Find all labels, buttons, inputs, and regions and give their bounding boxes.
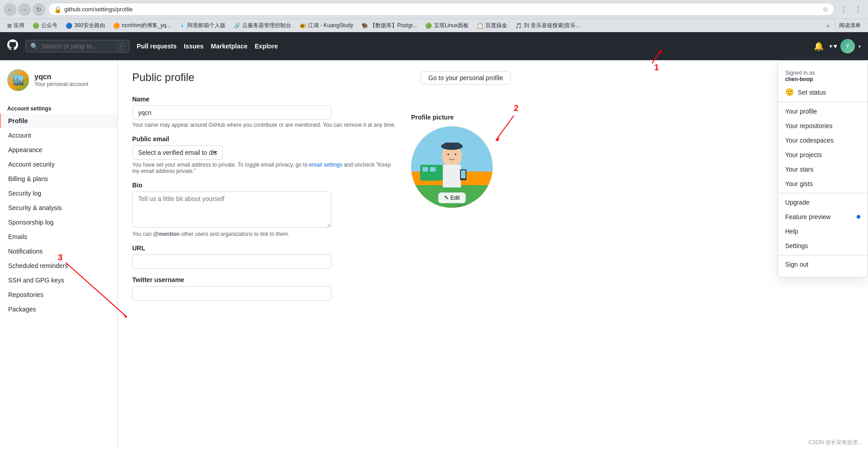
dropdown-user-links-section: Your profile Your repositories Your code…	[778, 102, 868, 193]
sidebar-item-security-log[interactable]: Security log	[0, 186, 117, 201]
page-title: Public profile	[132, 71, 194, 84]
sidebar-item-profile[interactable]: Profile	[0, 114, 117, 128]
profile-header: Public profile Go to your personal profi…	[132, 71, 511, 85]
nav-right: 🔔 + ▾ Y ▾	[812, 39, 861, 53]
watermark: CSDN @长安有故里...	[808, 439, 863, 446]
bio-textarea[interactable]	[132, 191, 331, 228]
public-email-select[interactable]: Select a verified email to display	[132, 145, 223, 160]
music-icon: 🎵	[515, 23, 522, 29]
your-stars-link[interactable]: Your stars	[778, 162, 868, 177]
email-hint: You have set your email address to priva…	[132, 162, 397, 174]
sidebar-item-emails[interactable]: Emails	[0, 230, 117, 244]
bookmark-cloud[interactable]: 🔗 云服务器管理控制台	[230, 20, 295, 31]
sidebar-item-packages[interactable]: Packages	[0, 302, 117, 316]
menu-button[interactable]: ⋮	[852, 3, 864, 16]
go-to-profile-button[interactable]: Go to your personal profile	[421, 71, 511, 85]
bio-field-group: Bio You can @mention other users and org…	[132, 182, 397, 237]
profile-picture-section: Profile picture	[411, 96, 511, 308]
search-kbd: /	[118, 43, 125, 50]
sidebar-item-sponsorship-log[interactable]: Sponsorship log	[0, 215, 117, 230]
bookmark-mail[interactable]: 📧 阿里邮箱个人版	[175, 20, 229, 31]
dropdown-signout-section: Sign out	[778, 255, 868, 273]
sidebar-item-security-analysis[interactable]: Security & analysis	[0, 201, 117, 215]
twitter-input[interactable]	[132, 286, 331, 301]
bookmark-music[interactable]: 🎵 刘 音乐直链搜索|音乐...	[512, 20, 584, 31]
bookmark-weixin[interactable]: 🟢 公众号	[29, 20, 61, 31]
url-text: github.com/settings/profile	[64, 6, 820, 13]
name-hint: Your name may appear around GitHub where…	[132, 122, 397, 128]
edit-profile-picture-button[interactable]: ✎ Edit	[438, 192, 466, 203]
settings-link[interactable]: Settings	[778, 239, 868, 253]
notifications-bell-button[interactable]: 🔔	[812, 39, 825, 53]
set-status-button[interactable]: 🙂 Set status	[778, 84, 868, 100]
github-logo[interactable]	[7, 39, 18, 53]
extensions-button[interactable]: ⋮	[837, 3, 850, 16]
url-input[interactable]	[132, 254, 331, 269]
cloud-icon: 🔗	[234, 23, 240, 29]
bookmarks-more-button[interactable]: »	[824, 21, 832, 30]
sidebar-item-ssh-gpg-keys[interactable]: SSH and GPG keys	[0, 273, 117, 287]
user-avatar-button[interactable]: Y	[840, 39, 855, 53]
bio-hint: You can @mention other users and organiz…	[132, 231, 397, 237]
db-icon: 🦬	[361, 23, 368, 29]
svg-rect-5	[443, 165, 461, 187]
forward-button[interactable]: →	[18, 3, 31, 16]
bookmark-star-icon[interactable]: ☆	[822, 5, 829, 14]
sidebar-subtitle: Your personal account	[34, 81, 88, 87]
bookmark-apps[interactable]: ⊞ 应用	[4, 20, 28, 31]
search-icon: 🔍	[30, 43, 38, 50]
profile-picture-container: @长安 ✎ Edit	[411, 126, 493, 208]
pull-requests-link[interactable]: Pull requests	[137, 43, 177, 50]
sidebar-item-appearance[interactable]: Appearance	[0, 143, 117, 157]
sidebar-item-billing[interactable]: Billing & plans	[0, 172, 117, 186]
name-field-group: Name Your name may appear around GitHub …	[132, 96, 397, 128]
bookmark-label: 刘 音乐直链搜索|音乐...	[524, 22, 580, 29]
sign-out-link[interactable]: Sign out	[778, 257, 868, 272]
your-codespaces-link[interactable]: Your codespaces	[778, 133, 868, 148]
your-repositories-link[interactable]: Your repositories	[778, 119, 868, 133]
new-item-button[interactable]: + ▾	[829, 43, 837, 50]
email-settings-link[interactable]: email settings	[309, 162, 342, 168]
explore-link[interactable]: Explore	[255, 43, 278, 50]
bookmark-blog[interactable]: 🟠 ncnhhm的博客_yq...	[110, 20, 174, 31]
sidebar-item-account-security[interactable]: Account security	[0, 157, 117, 172]
name-hint-text: Your name may appear around GitHub where…	[132, 122, 396, 128]
feature-preview-link[interactable]: Feature preview	[778, 210, 868, 224]
smiley-icon: 🙂	[785, 88, 794, 96]
bookmark-label: 江湖 - KuangStudy	[308, 22, 353, 29]
url-field-group: URL	[132, 244, 397, 269]
search-bar[interactable]: 🔍 /	[25, 40, 129, 53]
address-bar[interactable]: 🔒 github.com/settings/profile ☆	[48, 3, 834, 16]
your-projects-link[interactable]: Your projects	[778, 148, 868, 162]
sidebar-item-scheduled-reminders[interactable]: Scheduled reminders	[0, 259, 117, 273]
sidebar-username: yqcn	[34, 73, 88, 81]
name-input[interactable]	[132, 105, 331, 120]
sidebar-item-notifications[interactable]: Notifications	[0, 244, 117, 259]
sidebar-item-repositories[interactable]: Repositories	[0, 287, 117, 302]
bio-hint-text: You can @mention other users and organiz…	[132, 231, 289, 237]
search-input[interactable]	[42, 43, 114, 50]
bookmark-db[interactable]: 🦬 【数据库】Postgr...	[358, 20, 421, 31]
your-profile-link[interactable]: Your profile	[778, 104, 868, 119]
bookmark-baidu[interactable]: 📋 百度搞金	[473, 20, 511, 31]
bookmark-kuang[interactable]: 🐠 江湖 - KuangStudy	[296, 20, 357, 31]
plus-icon: +	[829, 43, 833, 50]
twitter-field-group: Twitter username	[132, 276, 397, 301]
bookmark-baota[interactable]: 🟢 宝塔Linux面板	[422, 20, 472, 31]
bookmark-reading-list[interactable]: 阅读清单	[835, 20, 864, 31]
bookmark-360[interactable]: 🔵 360安全路由	[62, 20, 109, 31]
marketplace-link[interactable]: Marketplace	[211, 43, 248, 50]
sidebar-item-account[interactable]: Account	[0, 128, 117, 143]
email-hint-prefix: You have set your email address to priva…	[132, 162, 309, 168]
help-link[interactable]: Help	[778, 224, 868, 239]
your-gists-link[interactable]: Your gists	[778, 177, 868, 191]
bookmark-label: 阅读清单	[839, 22, 861, 29]
apps-icon: ⊞	[7, 23, 12, 29]
reload-button[interactable]: ↻	[33, 3, 45, 16]
profile-content: Public profile Go to your personal profi…	[118, 60, 525, 450]
upgrade-link[interactable]: Upgrade	[778, 195, 868, 210]
back-button[interactable]: ←	[4, 3, 16, 16]
issues-link[interactable]: Issues	[184, 43, 204, 50]
main-content: 🏙️ yqcn Your personal account Account se…	[0, 60, 868, 450]
profile-picture-label: Profile picture	[411, 114, 511, 121]
